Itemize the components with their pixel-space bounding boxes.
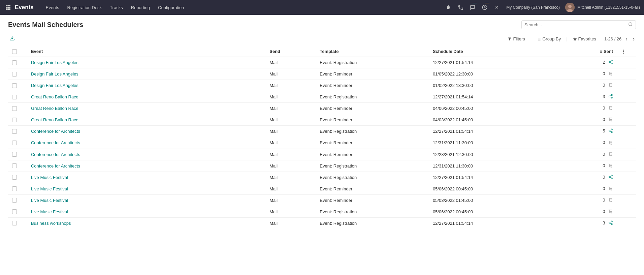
- row-event[interactable]: Great Reno Ballon Race: [27, 103, 265, 114]
- row-checkbox-cell[interactable]: [8, 103, 27, 114]
- hourglass-icon: [608, 210, 613, 215]
- row-checkbox-cell[interactable]: [8, 68, 27, 80]
- row-checkbox-cell[interactable]: [8, 137, 27, 149]
- th-event[interactable]: Event: [27, 46, 265, 57]
- favorites-button[interactable]: Favorites: [570, 35, 599, 43]
- clock-icon-btn[interactable]: [479, 2, 490, 13]
- event-link[interactable]: Live Music Festival: [31, 175, 68, 180]
- row-checkbox[interactable]: [12, 209, 17, 214]
- bug-icon-btn[interactable]: [443, 2, 454, 13]
- event-link[interactable]: Live Music Festival: [31, 198, 68, 203]
- search-input[interactable]: [524, 22, 628, 27]
- nav-registration-desk[interactable]: Registration Desk: [63, 0, 106, 15]
- row-checkbox-cell[interactable]: [8, 114, 27, 126]
- event-link[interactable]: Live Music Festival: [31, 186, 68, 191]
- row-checkbox[interactable]: [12, 118, 17, 122]
- svg-point-64: [610, 190, 610, 190]
- pagination-prev[interactable]: ‹: [624, 35, 629, 43]
- event-link[interactable]: Design Fair Los Angeles: [31, 60, 78, 65]
- row-checkbox[interactable]: [12, 221, 17, 225]
- table-row: Design Fair Los Angeles Mail Event: Regi…: [8, 57, 636, 68]
- row-event[interactable]: Great Reno Ballon Race: [27, 91, 265, 103]
- row-event[interactable]: Great Reno Ballon Race: [27, 114, 265, 126]
- event-link[interactable]: Design Fair Los Angeles: [31, 83, 78, 88]
- pagination-next[interactable]: ›: [632, 35, 636, 43]
- row-checkbox-cell[interactable]: [8, 80, 27, 91]
- row-checkbox-cell[interactable]: [8, 183, 27, 194]
- row-checkbox-cell[interactable]: [8, 206, 27, 217]
- nav-events[interactable]: Events: [42, 0, 63, 15]
- hourglass-icon: [608, 198, 613, 203]
- nav-tracks[interactable]: Tracks: [106, 0, 127, 15]
- th-send[interactable]: Send: [265, 46, 316, 57]
- row-checkbox[interactable]: [12, 106, 17, 111]
- event-link[interactable]: Conference for Architects: [31, 152, 80, 157]
- select-all-checkbox[interactable]: [12, 49, 17, 54]
- username: Mitchell Admin (11821551-15-0-all): [576, 5, 641, 10]
- row-checkbox[interactable]: [12, 60, 17, 65]
- grid-menu-icon[interactable]: [3, 2, 13, 13]
- row-template: Event: Registration: [316, 206, 429, 217]
- row-event[interactable]: Design Fair Los Angeles: [27, 57, 265, 68]
- row-checkbox-cell[interactable]: [8, 149, 27, 160]
- event-link[interactable]: Live Music Festival: [31, 209, 68, 214]
- download-button[interactable]: [8, 35, 16, 43]
- svg-point-41: [611, 97, 613, 99]
- row-checkbox-cell[interactable]: [8, 160, 27, 172]
- row-checkbox[interactable]: [12, 163, 17, 168]
- row-checkbox[interactable]: [12, 141, 17, 145]
- group-by-button[interactable]: Group By: [534, 35, 564, 43]
- svg-point-60: [609, 176, 610, 178]
- row-checkbox-cell[interactable]: [8, 172, 27, 183]
- phone-icon-btn[interactable]: [455, 2, 466, 13]
- row-event[interactable]: Business workshops: [27, 217, 265, 229]
- svg-point-30: [611, 60, 613, 61]
- chat-icon-btn[interactable]: [467, 2, 478, 13]
- row-checkbox[interactable]: [12, 95, 17, 99]
- row-checkbox-cell[interactable]: [8, 194, 27, 206]
- event-link[interactable]: Conference for Architects: [31, 140, 80, 145]
- event-link[interactable]: Great Reno Ballon Race: [31, 117, 78, 122]
- row-event[interactable]: Live Music Festival: [27, 183, 265, 194]
- row-checkbox[interactable]: [12, 198, 17, 203]
- th-template[interactable]: Template: [316, 46, 429, 57]
- row-checkbox-cell[interactable]: [8, 217, 27, 229]
- th-schedule-date[interactable]: Schedule Date: [429, 46, 567, 57]
- row-event[interactable]: Conference for Architects: [27, 126, 265, 137]
- row-event[interactable]: Design Fair Los Angeles: [27, 68, 265, 80]
- row-checkbox[interactable]: [12, 72, 17, 77]
- row-checkbox[interactable]: [12, 175, 17, 180]
- row-checkbox[interactable]: [12, 83, 17, 88]
- col-menu-icon[interactable]: ⋮: [621, 49, 625, 54]
- row-event[interactable]: Conference for Architects: [27, 160, 265, 172]
- event-link[interactable]: Business workshops: [31, 221, 71, 226]
- row-checkbox-cell[interactable]: [8, 126, 27, 137]
- row-checkbox[interactable]: [12, 129, 17, 134]
- nav-configuration[interactable]: Configuration: [154, 0, 188, 15]
- event-link[interactable]: Conference for Architects: [31, 129, 80, 134]
- row-event[interactable]: Conference for Architects: [27, 149, 265, 160]
- row-checkbox[interactable]: [12, 186, 17, 191]
- event-link[interactable]: Great Reno Ballon Race: [31, 94, 78, 99]
- row-event[interactable]: Conference for Architects: [27, 137, 265, 149]
- th-checkbox[interactable]: [8, 46, 27, 57]
- row-options: [617, 172, 636, 183]
- row-event[interactable]: Live Music Festival: [27, 194, 265, 206]
- row-checkbox[interactable]: [12, 152, 17, 157]
- row-event[interactable]: Live Music Festival: [27, 172, 265, 183]
- filters-button[interactable]: Filters: [505, 35, 527, 43]
- row-checkbox-cell[interactable]: [8, 57, 27, 68]
- th-sent[interactable]: # Sent: [567, 46, 617, 57]
- event-link[interactable]: Great Reno Ballon Race: [31, 106, 78, 111]
- th-options[interactable]: ⋮: [617, 46, 636, 57]
- search-icon[interactable]: [628, 22, 633, 28]
- nav-reporting[interactable]: Reporting: [127, 0, 154, 15]
- avatar[interactable]: [565, 3, 575, 12]
- close-icon-btn[interactable]: [491, 2, 502, 13]
- row-event[interactable]: Design Fair Los Angeles: [27, 80, 265, 91]
- event-link[interactable]: Design Fair Los Angeles: [31, 71, 78, 77]
- event-link[interactable]: Conference for Architects: [31, 163, 80, 169]
- row-event[interactable]: Live Music Festival: [27, 206, 265, 217]
- row-checkbox-cell[interactable]: [8, 91, 27, 103]
- svg-point-17: [568, 5, 572, 8]
